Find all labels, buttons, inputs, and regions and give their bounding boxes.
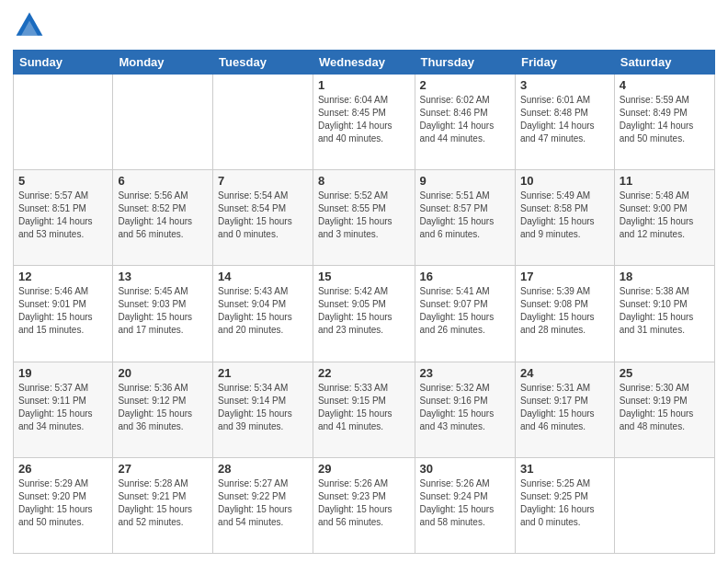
day-info: Sunrise: 5:37 AM Sunset: 9:11 PM Dayligh… [18,382,108,433]
day-info: Sunrise: 5:43 AM Sunset: 9:04 PM Dayligh… [218,285,308,337]
weekday-header-row: Sunday Monday Tuesday Wednesday Thursday… [14,51,715,75]
calendar-week-row: 26Sunrise: 5:29 AM Sunset: 9:20 PM Dayli… [14,457,715,553]
day-number: 22 [318,366,410,380]
day-number: 30 [420,462,510,476]
calendar-cell: 28Sunrise: 5:27 AM Sunset: 9:22 PM Dayli… [213,457,313,553]
day-number: 31 [520,462,609,476]
day-number: 2 [420,78,510,92]
calendar-cell: 4Sunrise: 5:59 AM Sunset: 8:49 PM Daylig… [614,75,714,170]
header-wednesday: Wednesday [313,51,415,75]
day-number: 7 [218,174,308,188]
day-info: Sunrise: 5:26 AM Sunset: 9:23 PM Dayligh… [318,477,410,529]
calendar-cell: 12Sunrise: 5:46 AM Sunset: 9:01 PM Dayli… [14,266,113,362]
day-number: 27 [118,462,208,476]
calendar-cell: 29Sunrise: 5:26 AM Sunset: 9:23 PM Dayli… [313,457,415,553]
calendar-cell: 19Sunrise: 5:37 AM Sunset: 9:11 PM Dayli… [14,362,113,457]
day-number: 17 [520,270,609,283]
calendar-cell: 3Sunrise: 6:01 AM Sunset: 8:48 PM Daylig… [515,75,614,170]
day-number: 28 [218,462,308,476]
calendar-cell: 2Sunrise: 6:02 AM Sunset: 8:46 PM Daylig… [415,75,515,170]
day-info: Sunrise: 5:49 AM Sunset: 8:58 PM Dayligh… [520,190,609,241]
calendar-cell [113,75,213,170]
calendar-cell [614,457,714,553]
calendar: Sunday Monday Tuesday Wednesday Thursday… [13,50,715,554]
calendar-cell: 14Sunrise: 5:43 AM Sunset: 9:04 PM Dayli… [213,266,313,362]
day-number: 23 [420,366,510,380]
day-number: 4 [620,78,710,92]
calendar-cell: 13Sunrise: 5:45 AM Sunset: 9:03 PM Dayli… [113,266,213,362]
day-info: Sunrise: 6:01 AM Sunset: 8:48 PM Dayligh… [520,94,609,145]
day-info: Sunrise: 5:59 AM Sunset: 8:49 PM Dayligh… [620,94,710,145]
header-sunday: Sunday [14,51,113,75]
header-friday: Friday [515,51,614,75]
day-number: 15 [318,270,410,283]
day-info: Sunrise: 5:27 AM Sunset: 9:22 PM Dayligh… [218,477,308,529]
day-info: Sunrise: 5:26 AM Sunset: 9:24 PM Dayligh… [420,477,510,529]
calendar-week-row: 1Sunrise: 6:04 AM Sunset: 8:45 PM Daylig… [14,75,715,170]
calendar-cell [213,75,313,170]
day-number: 3 [520,78,609,92]
day-info: Sunrise: 5:57 AM Sunset: 8:51 PM Dayligh… [18,190,108,241]
calendar-cell: 18Sunrise: 5:38 AM Sunset: 9:10 PM Dayli… [614,266,714,362]
day-number: 1 [318,78,410,92]
day-number: 13 [118,270,208,283]
day-info: Sunrise: 5:54 AM Sunset: 8:54 PM Dayligh… [218,190,308,241]
day-number: 12 [18,270,108,283]
day-number: 26 [18,462,108,476]
day-number: 8 [318,174,410,188]
calendar-cell: 20Sunrise: 5:36 AM Sunset: 9:12 PM Dayli… [113,362,213,457]
calendar-week-row: 19Sunrise: 5:37 AM Sunset: 9:11 PM Dayli… [14,362,715,457]
calendar-cell: 11Sunrise: 5:48 AM Sunset: 9:00 PM Dayli… [614,170,714,266]
day-info: Sunrise: 5:48 AM Sunset: 9:00 PM Dayligh… [620,190,710,241]
day-number: 19 [18,366,108,380]
calendar-cell: 23Sunrise: 5:32 AM Sunset: 9:16 PM Dayli… [415,362,515,457]
calendar-cell: 22Sunrise: 5:33 AM Sunset: 9:15 PM Dayli… [313,362,415,457]
logo [13,9,48,42]
calendar-cell: 6Sunrise: 5:56 AM Sunset: 8:52 PM Daylig… [113,170,213,266]
day-info: Sunrise: 5:45 AM Sunset: 9:03 PM Dayligh… [118,285,208,337]
day-number: 18 [620,270,710,283]
day-number: 25 [620,366,710,380]
day-info: Sunrise: 5:25 AM Sunset: 9:25 PM Dayligh… [520,477,609,529]
day-info: Sunrise: 5:56 AM Sunset: 8:52 PM Dayligh… [118,190,208,241]
day-info: Sunrise: 5:36 AM Sunset: 9:12 PM Dayligh… [118,382,208,433]
calendar-week-row: 5Sunrise: 5:57 AM Sunset: 8:51 PM Daylig… [14,170,715,266]
calendar-cell: 10Sunrise: 5:49 AM Sunset: 8:58 PM Dayli… [515,170,614,266]
day-info: Sunrise: 5:51 AM Sunset: 8:57 PM Dayligh… [420,190,510,241]
day-info: Sunrise: 5:31 AM Sunset: 9:17 PM Dayligh… [520,382,609,433]
calendar-cell: 30Sunrise: 5:26 AM Sunset: 9:24 PM Dayli… [415,457,515,553]
day-info: Sunrise: 5:34 AM Sunset: 9:14 PM Dayligh… [218,382,308,433]
header [13,9,715,42]
calendar-cell: 17Sunrise: 5:39 AM Sunset: 9:08 PM Dayli… [515,266,614,362]
day-number: 9 [420,174,510,188]
day-info: Sunrise: 5:29 AM Sunset: 9:20 PM Dayligh… [18,477,108,529]
day-number: 14 [218,270,308,283]
calendar-cell: 15Sunrise: 5:42 AM Sunset: 9:05 PM Dayli… [313,266,415,362]
header-saturday: Saturday [614,51,714,75]
calendar-cell: 8Sunrise: 5:52 AM Sunset: 8:55 PM Daylig… [313,170,415,266]
calendar-cell: 16Sunrise: 5:41 AM Sunset: 9:07 PM Dayli… [415,266,515,362]
page: Sunday Monday Tuesday Wednesday Thursday… [0,0,728,563]
day-info: Sunrise: 5:41 AM Sunset: 9:07 PM Dayligh… [420,285,510,337]
calendar-cell: 27Sunrise: 5:28 AM Sunset: 9:21 PM Dayli… [113,457,213,553]
header-monday: Monday [113,51,213,75]
day-info: Sunrise: 5:52 AM Sunset: 8:55 PM Dayligh… [318,190,410,241]
logo-icon [13,9,46,42]
day-number: 29 [318,462,410,476]
day-number: 24 [520,366,609,380]
day-number: 5 [18,174,108,188]
day-info: Sunrise: 6:04 AM Sunset: 8:45 PM Dayligh… [318,94,410,145]
day-info: Sunrise: 5:30 AM Sunset: 9:19 PM Dayligh… [620,382,710,433]
day-number: 10 [520,174,609,188]
day-info: Sunrise: 5:28 AM Sunset: 9:21 PM Dayligh… [118,477,208,529]
calendar-cell: 7Sunrise: 5:54 AM Sunset: 8:54 PM Daylig… [213,170,313,266]
day-info: Sunrise: 5:39 AM Sunset: 9:08 PM Dayligh… [520,285,609,337]
day-info: Sunrise: 5:46 AM Sunset: 9:01 PM Dayligh… [18,285,108,337]
calendar-cell: 21Sunrise: 5:34 AM Sunset: 9:14 PM Dayli… [213,362,313,457]
day-number: 21 [218,366,308,380]
header-thursday: Thursday [415,51,515,75]
calendar-cell: 9Sunrise: 5:51 AM Sunset: 8:57 PM Daylig… [415,170,515,266]
day-number: 6 [118,174,208,188]
calendar-cell: 31Sunrise: 5:25 AM Sunset: 9:25 PM Dayli… [515,457,614,553]
calendar-week-row: 12Sunrise: 5:46 AM Sunset: 9:01 PM Dayli… [14,266,715,362]
